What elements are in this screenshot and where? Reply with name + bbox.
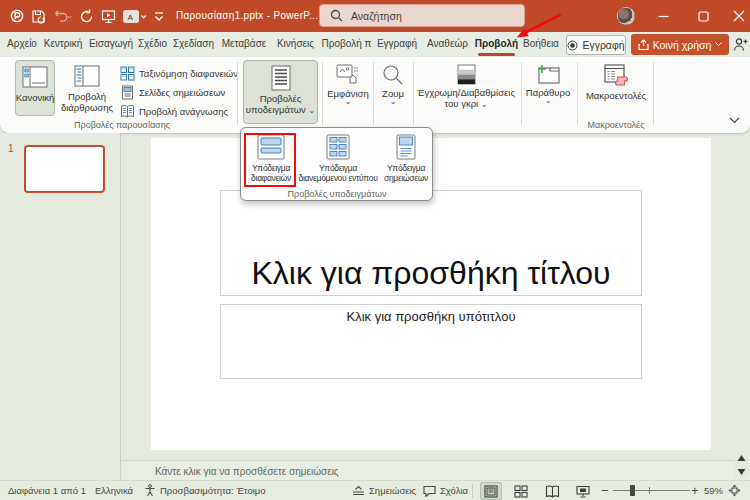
normal-view-button[interactable]: Κανονική [15,60,55,116]
subtitle-placeholder[interactable]: Κλικ για προσθήκη υπότιτλου [220,304,642,379]
tab-view[interactable]: Προβολή [474,32,519,57]
notes-master-item[interactable]: Υπόδειγμασημειώσεων [381,132,431,188]
language-indicator[interactable]: Ελληνικά [95,481,133,500]
slide-master-item[interactable]: Υπόδειγμαδιαφανειών [243,132,299,188]
notes-toggle[interactable]: Σημειώσεις [352,481,416,500]
presentation-views-group-label: Προβολές παρουσίασης [74,120,170,130]
color-grayscale-label: Έγχρωμη/Διαβαθμίσειςτου γκρι ⌄ [417,87,515,109]
zoom-in-button[interactable]: + [691,481,699,500]
slideshow-statusbar-icon [576,485,590,498]
notes-page-label: Σελίδες σημειώσεων [139,87,225,98]
slide-master-icon [257,134,285,160]
color-grayscale-button[interactable]: Έγχρωμη/Διαβαθμίσειςτου γκρι ⌄ [418,60,514,116]
title-placeholder[interactable]: Κλικ για προσθήκη τίτλου [220,190,642,296]
collapse-ribbon-button[interactable] [725,112,743,128]
search-placeholder: Αναζήτηση [351,10,402,22]
close-button[interactable] [722,0,750,32]
record-icon [567,40,578,51]
tab-insert[interactable]: Εισαγωγή [87,32,135,57]
zoom-icon [382,64,404,86]
tab-draw[interactable]: Σχέδιο [135,32,170,57]
master-views-chevron-icon: ⌄ [308,106,315,115]
macros-group-label: Μακροεντολές [588,120,645,130]
minimize-button[interactable] [646,0,680,32]
master-views-button[interactable]: Προβολέςυποδειγμάτων ⌄ [243,60,318,124]
next-slide-button[interactable] [734,465,749,478]
quick-access-toolbar: A [10,0,164,32]
previous-slide-button[interactable] [734,451,749,464]
notes-pane[interactable]: Κάντε κλικ για να προσθέσετε σημειώσεις [122,460,750,480]
start-slideshow-icon[interactable] [101,9,116,24]
reading-view-button[interactable]: Προβολή ανάγνωσης [120,102,228,121]
slide-thumbnail[interactable] [24,145,105,193]
group-separator [322,62,323,125]
presenter-coach-icon[interactable] [733,37,749,52]
slideshow-statusbar-button[interactable] [572,482,594,500]
accessibility-indicator[interactable]: Προσβασιμότητα: Έτοιμο [144,481,266,500]
tab-help[interactable]: Βοήθεια [519,32,563,57]
customize-qat-icon[interactable] [154,10,164,22]
zoom-slider-thumb[interactable] [630,485,635,496]
zoom-slider-track[interactable] [613,490,690,491]
slide-thumbnail-panel: 1 [0,133,121,480]
handout-master-item[interactable]: Υπόδειγμαδιανεμόμενου εντύπου [296,132,380,188]
show-chevron-icon: ⌄ [345,99,352,105]
title-placeholder-text: Κλικ για προσθήκη τίτλου [251,253,610,293]
comments-toggle[interactable]: Σχόλια [423,481,468,500]
notes-page-button[interactable]: Σελίδες σημειώσεων [120,83,225,102]
share-chevron-icon [715,42,722,47]
user-avatar[interactable] [617,7,635,25]
tab-animations[interactable]: Κινήσεις [271,32,320,57]
window-button[interactable]: Παράθυρο ⌄ [525,60,571,116]
tab-slideshow[interactable]: Προβολή π [320,32,373,57]
zoom-out-button[interactable]: − [601,481,609,500]
group-separator [577,62,578,125]
slide-sorter-icon [120,66,135,81]
maximize-button[interactable] [686,0,720,32]
undo-icon[interactable] [53,9,72,23]
reading-view-statusbar-button[interactable] [541,482,563,500]
tab-transitions[interactable]: Μεταβάσε [217,32,271,57]
previous-slide-icon [737,454,746,462]
group-separator [237,62,238,125]
next-slide-icon [737,468,746,476]
handout-master-label: Υπόδειγμαδιανεμόμενου εντύπου [298,163,377,183]
window-chevron-icon: ⌄ [545,98,552,104]
normal-view-icon [22,64,48,90]
zoom-chevron-icon: ⌄ [390,99,397,105]
redo-icon[interactable] [79,9,94,24]
tab-file[interactable]: Αρχείο [5,32,39,57]
normal-view-statusbar-button[interactable] [480,482,502,500]
tab-review[interactable]: Αναθεώρ [421,32,474,57]
outline-view-button[interactable]: Προβολήδιάρθρωσης [57,60,117,116]
slide-sorter-button[interactable]: Ταξινόμηση διαφανειών [120,64,238,83]
zoom-button[interactable]: Ζουμ ⌄ [377,60,409,116]
save-icon[interactable] [31,9,46,24]
share-button[interactable]: Κοινή χρήση [631,34,729,55]
statusbar-divider [472,484,473,498]
slide-sorter-statusbar-button[interactable] [510,482,532,500]
tab-record[interactable]: Εγγραφή [373,32,421,57]
collapse-ribbon-icon [729,117,740,124]
normal-view-statusbar-icon [484,485,498,498]
show-button[interactable]: Εμφάνιση ⌄ [327,60,369,116]
master-views-label: Προβολέςυποδειγμάτων ⌄ [246,93,315,115]
zoom-slider-center-tick [649,487,650,494]
group-separator [521,62,522,125]
zoom-level[interactable]: 59% [704,481,723,500]
fit-slide-button[interactable] [728,481,741,500]
tab-design[interactable]: Σχεδίαση [170,32,217,57]
outline-view-icon [74,63,100,89]
record-button-label: Εγγραφή [582,39,624,51]
record-button[interactable]: Εγγραφή [566,35,626,55]
group-separator [653,62,654,125]
slide-indicator: Διαφάνεια 1 από 1 [8,481,86,500]
macros-button[interactable]: Μακροεντολές [584,60,648,116]
svg-text:A: A [128,12,134,21]
slide-sorter-label: Ταξινόμηση διαφανειών [139,68,238,79]
style-picker-icon[interactable]: A [123,9,147,24]
powerpoint-logo-icon [10,9,24,23]
tab-home[interactable]: Κεντρική [39,32,87,57]
notes-icon [352,485,365,497]
search-box[interactable]: Αναζήτηση [319,4,525,27]
